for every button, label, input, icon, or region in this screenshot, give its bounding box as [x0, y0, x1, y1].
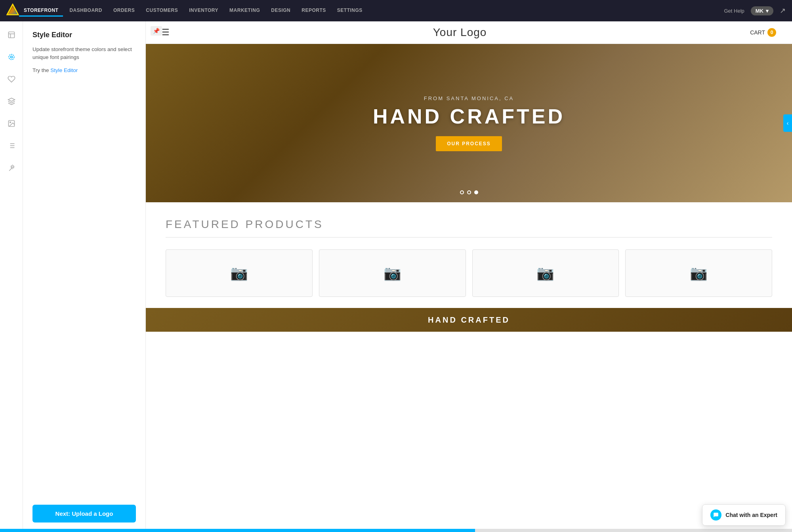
cart-label: CART — [750, 29, 765, 36]
svg-point-7 — [9, 54, 14, 59]
user-menu[interactable]: MK ▾ — [751, 6, 773, 15]
hero-title: HAND CRAFTED — [373, 104, 565, 128]
sidebar-template-icon[interactable] — [4, 94, 19, 108]
chat-icon — [710, 509, 721, 521]
nav-customers[interactable]: CUSTOMERS — [141, 5, 183, 17]
product-grid: 📷 📷 📷 📷 — [166, 249, 772, 297]
nav-inventory[interactable]: INVENTORY — [184, 5, 223, 17]
product-card[interactable]: 📷 — [472, 249, 619, 297]
product-card[interactable]: 📷 — [319, 249, 466, 297]
scrollbar-thumb — [0, 529, 475, 532]
nav-orders[interactable]: ORDERS — [109, 5, 139, 17]
store-header: ☰ Your Logo CART 0 — [146, 21, 792, 44]
app-logo[interactable] — [6, 4, 19, 18]
hero-carousel-dots — [460, 190, 478, 194]
external-link-icon[interactable]: ↗ — [780, 6, 786, 15]
product-image-placeholder-2: 📷 — [384, 265, 401, 281]
cart-count: 0 — [767, 28, 776, 37]
sidebar-pages-icon[interactable] — [4, 28, 19, 42]
cart-button[interactable]: CART 0 — [750, 28, 776, 37]
product-card[interactable]: 📷 — [166, 249, 313, 297]
nav-storefront[interactable]: STOREFRONT — [19, 5, 63, 17]
style-editor-description: Update storefront theme colors and selec… — [32, 46, 136, 62]
hero-subtitle: FROM SANTA MONICA, CA — [373, 95, 565, 101]
nav-dashboard[interactable]: DASHBOARD — [65, 5, 107, 17]
user-initials: MK — [756, 8, 763, 14]
get-help-link[interactable]: Get Help — [724, 8, 744, 14]
sidebar-image-icon[interactable] — [4, 116, 19, 131]
sidebar-list-icon[interactable] — [4, 139, 19, 153]
sidebar-magic-icon[interactable] — [4, 161, 19, 175]
svg-point-6 — [10, 56, 12, 58]
pin-button[interactable]: 📌 — [151, 26, 162, 36]
chat-widget[interactable]: Chat with an Expert — [702, 504, 786, 526]
svg-point-16 — [11, 166, 13, 168]
product-card[interactable]: 📷 — [625, 249, 772, 297]
product-image-placeholder-3: 📷 — [536, 265, 554, 281]
style-editor-link[interactable]: Style Editor — [50, 67, 78, 73]
carousel-dot-2[interactable] — [467, 190, 471, 194]
preview-area: 📌 ☰ Your Logo CART 0 FROM SANTA MONICA, … — [146, 21, 792, 532]
bottom-hero-text: HAND CRAFTED — [428, 315, 510, 325]
nav-design[interactable]: DESIGN — [266, 5, 295, 17]
nav-settings[interactable]: SETTINGS — [332, 5, 367, 17]
style-editor-title: Style Editor — [32, 31, 136, 39]
bottom-hero-strip: HAND CRAFTED — [146, 308, 792, 332]
icon-sidebar — [0, 21, 23, 532]
nav-marketing[interactable]: MARKETING — [225, 5, 265, 17]
chevron-down-icon: ▾ — [766, 8, 769, 14]
featured-title: FEATURED PRODUCTS — [166, 218, 772, 238]
carousel-dot-3[interactable] — [474, 190, 478, 194]
sidebar-style-icon[interactable] — [4, 50, 19, 64]
collapse-preview-tab[interactable]: ‹ — [783, 114, 792, 132]
next-upload-logo-button[interactable]: Next: Upload a Logo — [32, 505, 136, 522]
scrollbar[interactable] — [0, 529, 792, 532]
store-logo: Your Logo — [433, 26, 487, 39]
nav-reports[interactable]: REPORTS — [297, 5, 331, 17]
carousel-dot-1[interactable] — [460, 190, 464, 194]
style-editor-panel: Style Editor Update storefront theme col… — [23, 21, 146, 532]
product-image-placeholder-1: 📷 — [230, 265, 248, 281]
chat-label: Chat with an Expert — [725, 512, 777, 518]
hero-banner: FROM SANTA MONICA, CA HAND CRAFTED OUR P… — [146, 44, 792, 202]
hero-cta-button[interactable]: OUR PROCESS — [436, 136, 502, 151]
sidebar-heart-icon[interactable] — [4, 72, 19, 86]
svg-rect-3 — [8, 32, 14, 38]
hamburger-menu[interactable]: ☰ — [162, 27, 170, 38]
nav-items: STOREFRONT DASHBOARD ORDERS CUSTOMERS IN… — [19, 5, 724, 17]
svg-point-9 — [10, 122, 10, 123]
featured-section: FEATURED PRODUCTS 📷 📷 📷 📷 — [146, 202, 792, 305]
style-editor-try: Try the Style Editor — [32, 66, 136, 74]
product-image-placeholder-4: 📷 — [690, 265, 708, 281]
